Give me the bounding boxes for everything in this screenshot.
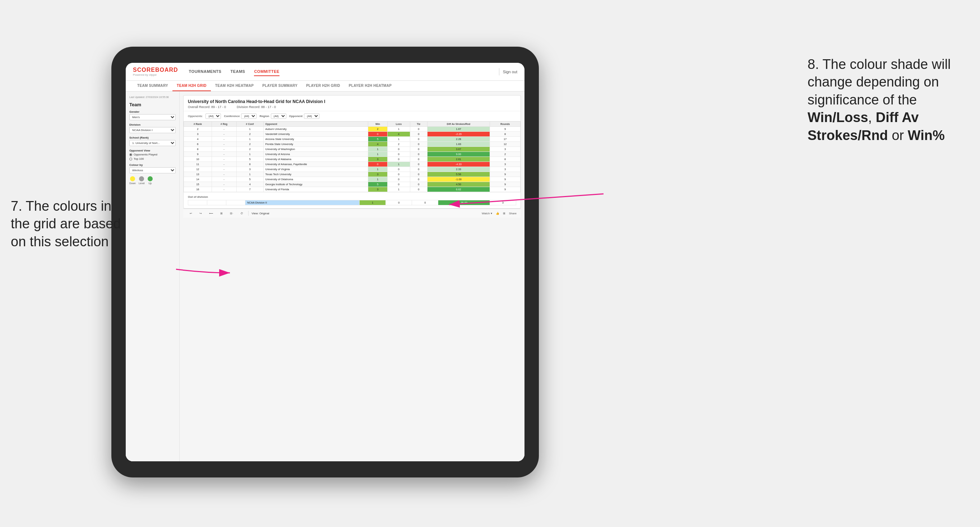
- cell-team-name: Georgia Institute of Technology: [263, 182, 368, 187]
- cell-diff: -4.33: [427, 162, 490, 167]
- sub-nav: TEAM SUMMARY TEAM H2H GRID TEAM H2H HEAT…: [126, 81, 525, 92]
- cell-rank: 15: [184, 182, 212, 187]
- bottom-toolbar: ↩ ↪ ⟵ ⊞ ⊟· ⏱ View: Original Watch ▾ 👍 ⊞ …: [183, 209, 521, 217]
- subnav-team-summary[interactable]: TEAM SUMMARY: [133, 81, 172, 91]
- col-loss: Loss: [388, 122, 410, 127]
- cell-rounds: 8: [490, 157, 520, 162]
- gender-select[interactable]: Men's: [129, 114, 176, 120]
- cell-conf: 1: [236, 152, 263, 157]
- cell-team-name: University of Florida: [263, 187, 368, 192]
- cell-win: 3: [368, 157, 387, 162]
- cell-win: 1: [368, 152, 387, 157]
- toolbar-copy[interactable]: ⊞: [218, 211, 225, 216]
- division-select[interactable]: NCAA Division I: [129, 127, 176, 133]
- sign-out-link[interactable]: Sign out: [503, 70, 517, 74]
- nav-tournaments[interactable]: TOURNAMENTS: [189, 67, 222, 76]
- cell-rounds: 9: [490, 177, 520, 182]
- cell-reg: -: [212, 182, 236, 187]
- cell-tie: 0: [410, 177, 427, 182]
- subnav-team-h2h-grid[interactable]: TEAM H2H GRID: [172, 81, 211, 91]
- cell-diff: -1.00: [427, 177, 490, 182]
- colour-by-label: Colour by: [129, 163, 176, 167]
- toolbar-grid-icon[interactable]: ⊞: [503, 212, 506, 215]
- toolbar-paste[interactable]: ⊟·: [228, 211, 235, 216]
- school-select[interactable]: 1. University of Nort...: [129, 140, 176, 146]
- radio-circle-opponents: [129, 153, 132, 156]
- cell-reg: -: [212, 137, 236, 142]
- grid-title: University of North Carolina Head-to-Hea…: [188, 99, 516, 104]
- cell-win: 1: [368, 147, 387, 152]
- cell-team-name: University of Oklahoma: [263, 177, 368, 182]
- cell-rounds: 3: [490, 162, 520, 167]
- opponents-filter: (All): [205, 113, 221, 119]
- toolbar-right: Watch ▾ 👍 ⊞ Share: [482, 212, 517, 215]
- cell-reg: -: [212, 167, 236, 172]
- cell-rounds: 3: [490, 167, 520, 172]
- cell-team-name: Arizona State University: [263, 137, 368, 142]
- sidebar-team-label: Team: [129, 102, 176, 107]
- grid-container: University of North Carolina Head-to-Hea…: [183, 95, 521, 209]
- toolbar-back[interactable]: ⟵: [207, 211, 215, 216]
- toolbar-watch[interactable]: Watch ▾: [482, 212, 492, 215]
- conference-select[interactable]: (All): [241, 113, 256, 119]
- annotation-sep1: ,: [868, 110, 876, 125]
- radio-top100[interactable]: Top 100: [129, 157, 176, 160]
- colour-by-select[interactable]: Win/loss: [129, 167, 176, 173]
- toolbar-redo[interactable]: ↪: [197, 211, 204, 216]
- col-tie: Tie: [410, 122, 427, 127]
- toolbar-share[interactable]: Share: [509, 212, 517, 215]
- cell-win: 1: [368, 177, 387, 182]
- col-rank: # Rank: [184, 122, 212, 127]
- nav-committee[interactable]: COMMITTEE: [254, 67, 280, 76]
- region-select[interactable]: (All): [271, 113, 286, 119]
- cell-rank: 4: [184, 137, 212, 142]
- cell-conf: 1: [236, 127, 263, 132]
- opponent-filter-label: Opponent: [289, 114, 303, 118]
- opponent-view-label: Opponent View: [129, 149, 176, 152]
- out-div-loss: 0: [386, 200, 412, 205]
- cell-rank: 12: [184, 167, 212, 172]
- school-label: School (Rank): [129, 136, 176, 139]
- col-diff: Diff Av Strokes/Rnd: [427, 122, 490, 127]
- cell-rounds: 9: [490, 172, 520, 177]
- cell-win: 3: [368, 187, 387, 192]
- radio-label-opponents: Opponents Played: [134, 153, 158, 156]
- opponents-select[interactable]: (All): [205, 113, 221, 119]
- opponent-select[interactable]: (All): [304, 113, 319, 119]
- table-row: 13 - 1 Texas Tech University 3 0 0 5.56 …: [184, 172, 520, 177]
- subnav-player-h2h-grid[interactable]: PLAYER H2H GRID: [302, 81, 345, 91]
- out-div-table: NCAA Division II 1 0 0 26.00 3: [188, 200, 516, 205]
- out-of-division-title: Out of division: [188, 195, 516, 198]
- radio-opponents-played[interactable]: Opponents Played: [129, 153, 176, 156]
- cell-conf: 2: [236, 142, 263, 147]
- subnav-team-h2h-heatmap[interactable]: TEAM H2H HEATMAP: [211, 81, 258, 91]
- grid-records: Overall Record: 89 - 17 - 0 Division Rec…: [188, 105, 516, 109]
- cell-diff: 6.62: [427, 187, 490, 192]
- toolbar-thumbs[interactable]: 👍: [496, 212, 500, 215]
- cell-tie: 0: [410, 172, 427, 177]
- radio-label-top100: Top 100: [134, 157, 144, 160]
- cell-win: 3: [368, 172, 387, 177]
- opponent-view-radios: Opponents Played Top 100: [129, 153, 176, 160]
- grid-header: University of North Carolina Head-to-Hea…: [184, 95, 520, 111]
- toolbar-divider: [248, 211, 248, 216]
- cell-loss: 0: [388, 152, 410, 157]
- toolbar-undo[interactable]: ↩: [188, 211, 194, 216]
- cell-rounds: 2: [490, 152, 520, 157]
- cell-diff: 3.67: [427, 147, 490, 152]
- subnav-player-summary[interactable]: PLAYER SUMMARY: [258, 81, 302, 91]
- nav-teams[interactable]: TEAMS: [230, 67, 245, 76]
- cell-reg: -: [212, 152, 236, 157]
- cell-rounds: 9: [490, 127, 520, 132]
- subnav-player-h2h-heatmap[interactable]: PLAYER H2H HEATMAP: [345, 81, 396, 91]
- cell-rank: 9: [184, 152, 212, 157]
- table-row: 16 - 7 University of Florida 3 1 0 6.62 …: [184, 187, 520, 192]
- cell-diff: 4.50: [427, 182, 490, 187]
- cell-reg: -: [212, 187, 236, 192]
- cell-loss: 0: [388, 177, 410, 182]
- annotation-bold-win-loss: Win/Loss: [808, 110, 868, 125]
- annotation-right: 8. The colour shade will change dependin…: [808, 56, 958, 144]
- tablet-screen: SCOREBOARD Powered by clippd TOURNAMENTS…: [126, 63, 525, 461]
- cell-loss: 0: [388, 147, 410, 152]
- toolbar-clock[interactable]: ⏱: [238, 211, 245, 216]
